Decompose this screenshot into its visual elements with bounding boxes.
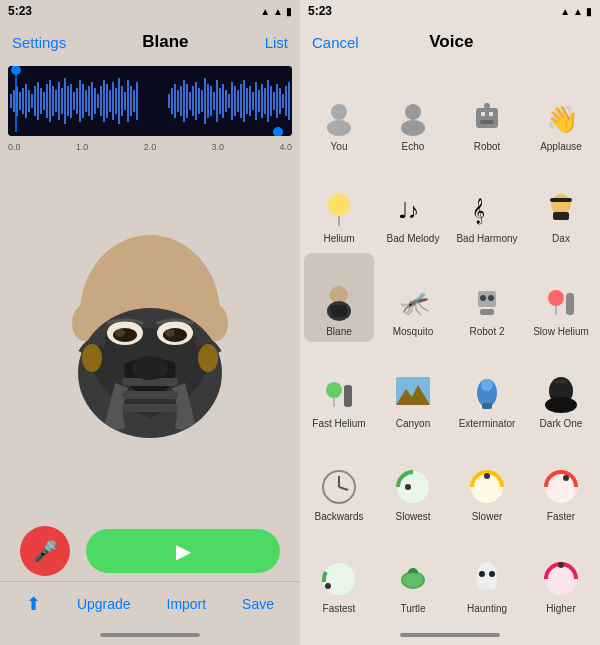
svg-point-150 <box>563 475 569 481</box>
svg-rect-51 <box>189 92 191 110</box>
svg-rect-54 <box>198 88 200 114</box>
voice-item-blane[interactable]: Blane <box>304 253 374 342</box>
timeline-1: 1.0 <box>76 142 89 152</box>
svg-rect-34 <box>109 90 111 112</box>
svg-rect-35 <box>112 82 114 120</box>
voice-item-exterminator[interactable]: Exterminator <box>452 346 522 435</box>
list-button[interactable]: List <box>265 34 288 51</box>
svg-rect-18 <box>61 88 63 114</box>
voice-item-dark-one[interactable]: Dark One <box>526 346 596 435</box>
svg-point-118 <box>551 194 571 214</box>
svg-rect-38 <box>121 86 123 116</box>
voice-item-helium[interactable]: Helium <box>304 161 374 250</box>
svg-rect-10 <box>37 82 39 120</box>
save-button[interactable]: Save <box>242 596 274 612</box>
svg-rect-47 <box>177 90 179 112</box>
voice-item-slower[interactable]: Slower <box>452 438 522 527</box>
svg-rect-12 <box>43 92 45 110</box>
bottom-bar: ⬆ Upgrade Import Save <box>0 581 300 625</box>
play-button[interactable]: ▶ <box>86 529 280 573</box>
right-nav-bar: Cancel Voice <box>300 22 600 62</box>
right-status-icons: ▲ ▲ ▮ <box>560 6 592 17</box>
svg-rect-37 <box>118 78 120 124</box>
voice-label-dark-one: Dark One <box>540 418 583 430</box>
svg-rect-40 <box>127 80 129 122</box>
svg-rect-57 <box>207 84 209 118</box>
svg-point-160 <box>558 562 564 568</box>
svg-rect-24 <box>79 80 81 122</box>
voice-icon-slowest <box>391 465 435 509</box>
svg-rect-69 <box>243 80 245 122</box>
voice-label-applause: Applause <box>540 141 582 153</box>
voice-item-dax[interactable]: Dax <box>526 161 596 250</box>
voice-item-bad-melody[interactable]: ♩♪Bad Melody <box>378 161 448 250</box>
voice-icon-backwards <box>317 465 361 509</box>
voice-item-slow-helium[interactable]: Slow Helium <box>526 253 596 342</box>
settings-button[interactable]: Settings <box>12 34 66 51</box>
share-button[interactable]: ⬆ <box>26 593 41 615</box>
voice-label-dax: Dax <box>552 233 570 245</box>
voice-item-turtle[interactable]: Turtle <box>378 531 448 620</box>
svg-text:👋: 👋 <box>546 103 579 135</box>
svg-rect-7 <box>28 90 30 112</box>
svg-rect-78 <box>270 86 272 116</box>
home-bar-left <box>100 633 200 637</box>
upgrade-button[interactable]: Upgrade <box>77 596 131 612</box>
svg-point-132 <box>326 382 342 398</box>
voice-label-canyon: Canyon <box>396 418 430 430</box>
svg-rect-16 <box>55 90 57 112</box>
voice-icon-higher <box>539 557 583 601</box>
cancel-button[interactable]: Cancel <box>312 34 359 51</box>
voice-icon-slow-helium <box>539 280 583 324</box>
svg-point-129 <box>548 290 564 306</box>
svg-rect-29 <box>94 88 96 114</box>
timeline-0: 0.0 <box>8 142 21 152</box>
svg-point-106 <box>405 104 421 120</box>
voice-label-higher: Higher <box>546 603 575 615</box>
svg-rect-93 <box>122 391 178 399</box>
voice-icon-haunting <box>465 557 509 601</box>
voice-item-bad-harmony[interactable]: 𝄞Bad Harmony <box>452 161 522 250</box>
svg-rect-6 <box>25 84 27 118</box>
right-status-time: 5:23 <box>308 4 332 18</box>
svg-rect-70 <box>246 88 248 114</box>
avatar-area <box>0 154 300 521</box>
voice-item-robot2[interactable]: Robot 2 <box>452 253 522 342</box>
voice-icon-bad-melody: ♩♪ <box>391 187 435 231</box>
svg-rect-25 <box>82 84 84 118</box>
svg-rect-77 <box>267 80 269 122</box>
timeline-2: 2.0 <box>144 142 157 152</box>
voice-icon-you <box>317 95 361 139</box>
svg-rect-79 <box>273 92 275 110</box>
svg-rect-43 <box>136 82 138 120</box>
svg-rect-20 <box>67 86 69 116</box>
svg-rect-73 <box>255 82 257 120</box>
voice-icon-fast-helium <box>317 372 361 416</box>
svg-point-141 <box>545 397 577 413</box>
svg-rect-32 <box>103 80 105 122</box>
voice-item-you[interactable]: You <box>304 68 374 157</box>
voice-item-higher[interactable]: Higher <box>526 531 596 620</box>
waveform-timeline: 0.0 1.0 2.0 3.0 4.0 <box>0 140 300 154</box>
svg-point-151 <box>323 563 355 595</box>
import-button[interactable]: Import <box>167 596 207 612</box>
voice-item-faster[interactable]: Faster <box>526 438 596 527</box>
voice-item-applause[interactable]: 👋Applause <box>526 68 596 157</box>
record-button[interactable]: 🎤 <box>20 526 70 576</box>
voice-item-mosquito[interactable]: 🦟Mosquito <box>378 253 448 342</box>
voice-item-slowest[interactable]: Slowest <box>378 438 448 527</box>
svg-rect-65 <box>231 82 233 120</box>
voice-item-robot[interactable]: Robot <box>452 68 522 157</box>
svg-rect-48 <box>180 86 182 116</box>
voice-icon-dark-one <box>539 372 583 416</box>
svg-text:𝄞: 𝄞 <box>472 198 485 225</box>
voice-item-canyon[interactable]: Canyon <box>378 346 448 435</box>
svg-rect-82 <box>282 94 284 108</box>
voice-item-haunting[interactable]: Haunting <box>452 531 522 620</box>
voice-item-fastest[interactable]: Fastest <box>304 531 374 620</box>
voice-label-haunting: Haunting <box>467 603 507 615</box>
voice-item-fast-helium[interactable]: Fast Helium <box>304 346 374 435</box>
svg-point-127 <box>488 295 494 301</box>
voice-item-backwards[interactable]: Backwards <box>304 438 374 527</box>
voice-item-echo[interactable]: Echo <box>378 68 448 157</box>
